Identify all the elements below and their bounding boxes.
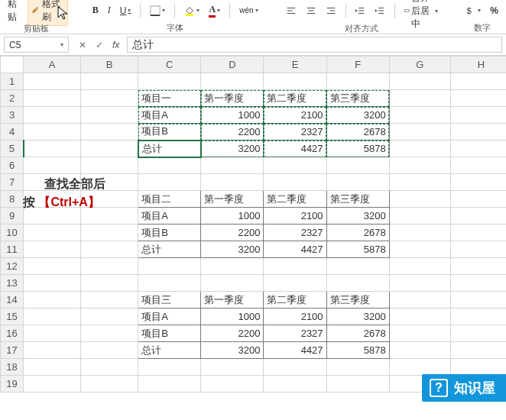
- table-cell[interactable]: 2100: [264, 208, 326, 225]
- phonetic-button[interactable]: wén ▾: [236, 5, 261, 16]
- table-cell[interactable]: 3200: [201, 141, 264, 157]
- table-cell[interactable]: 总计: [138, 342, 201, 359]
- table-cell[interactable]: 3200: [326, 107, 389, 124]
- table-cell[interactable]: 2327: [264, 225, 326, 241]
- row-header[interactable]: 7: [1, 174, 24, 191]
- row-header[interactable]: 11: [1, 241, 24, 258]
- row-header[interactable]: 6: [1, 157, 24, 174]
- percent-button[interactable]: %: [487, 4, 501, 18]
- row-header[interactable]: 16: [1, 325, 24, 342]
- col-header[interactable]: D: [201, 57, 264, 73]
- bold-button[interactable]: B: [89, 3, 102, 18]
- border-button[interactable]: ▾: [147, 4, 168, 18]
- table-cell[interactable]: 4427: [264, 141, 326, 157]
- table-header-cell[interactable]: 第一季度: [201, 191, 264, 208]
- table-cell[interactable]: 项目B: [138, 325, 201, 342]
- fill-color-button[interactable]: ▾: [181, 4, 203, 18]
- table-cell[interactable]: 2100: [264, 107, 326, 124]
- number-format-button[interactable]: $ ▾: [462, 4, 484, 18]
- table-cell[interactable]: 2327: [264, 124, 326, 141]
- table-cell[interactable]: 4427: [264, 342, 326, 359]
- row-header[interactable]: 3: [1, 107, 24, 124]
- table-cell[interactable]: 项目B: [138, 124, 201, 141]
- table-cell[interactable]: 4427: [264, 241, 326, 258]
- row-header[interactable]: 18: [1, 359, 24, 376]
- row-header[interactable]: 17: [1, 342, 24, 359]
- row-header[interactable]: 4: [1, 124, 24, 141]
- col-header[interactable]: F: [326, 57, 389, 73]
- table-cell[interactable]: 5878: [326, 141, 389, 157]
- name-box-dropdown-icon[interactable]: ▾: [60, 41, 63, 48]
- table-header-cell[interactable]: 第三季度: [326, 90, 389, 107]
- name-box[interactable]: C5 ▾: [4, 37, 69, 53]
- table-cell[interactable]: 2200: [201, 325, 264, 342]
- col-header[interactable]: G: [389, 57, 450, 73]
- row-header[interactable]: 19: [1, 376, 24, 393]
- row-header[interactable]: 9: [1, 208, 24, 225]
- row-header[interactable]: 14: [1, 292, 24, 309]
- table-cell[interactable]: 项目A: [138, 309, 201, 325]
- underline-button[interactable]: U▾: [117, 4, 135, 18]
- table-cell[interactable]: 2100: [264, 309, 326, 325]
- table-header-cell[interactable]: 第二季度: [264, 90, 326, 107]
- col-header[interactable]: A: [24, 57, 81, 73]
- table-cell[interactable]: 2200: [201, 124, 264, 141]
- formula-input[interactable]: 总计: [127, 37, 502, 53]
- table-header-cell[interactable]: 项目三: [138, 292, 201, 309]
- italic-button[interactable]: I: [105, 3, 114, 18]
- row-header[interactable]: 1: [1, 73, 24, 90]
- indent-increase-button[interactable]: [371, 4, 388, 18]
- col-header[interactable]: C: [138, 57, 201, 73]
- table-cell[interactable]: 2678: [326, 225, 389, 241]
- table-cell[interactable]: 项目B: [138, 225, 201, 241]
- paste-button[interactable]: 粘贴: [5, 0, 24, 25]
- table-cell[interactable]: 1000: [201, 208, 264, 225]
- align-left-button[interactable]: [283, 4, 300, 18]
- font-color-button[interactable]: A ▾: [206, 2, 223, 19]
- col-header[interactable]: B: [81, 57, 138, 73]
- row-header[interactable]: 8: [1, 191, 24, 208]
- active-cell[interactable]: 总计: [138, 141, 201, 157]
- col-header[interactable]: H: [450, 57, 506, 73]
- table-cell[interactable]: 3200: [201, 342, 264, 359]
- row-header[interactable]: 13: [1, 275, 24, 292]
- row-header[interactable]: 5: [1, 141, 24, 157]
- merge-center-button[interactable]: 合并后居中 ▾: [401, 0, 442, 32]
- spreadsheet-grid[interactable]: A B C D E F G H 1 2 项目一 第一季度 第二季度 第三季度 3…: [0, 56, 506, 393]
- table-cell[interactable]: 2678: [326, 325, 389, 342]
- table-cell[interactable]: 2678: [326, 124, 389, 141]
- table-header-cell[interactable]: 第三季度: [326, 191, 389, 208]
- row-header[interactable]: 15: [1, 309, 24, 325]
- row-header[interactable]: 10: [1, 225, 24, 241]
- table-header-cell[interactable]: 第三季度: [326, 292, 389, 309]
- table-header-cell[interactable]: 第二季度: [264, 191, 326, 208]
- format-painter-button[interactable]: 格式刷: [28, 0, 68, 26]
- select-all-button[interactable]: [1, 57, 24, 73]
- enter-formula-button[interactable]: ✓: [96, 40, 103, 50]
- table-cell[interactable]: 1000: [201, 309, 264, 325]
- table-header-cell[interactable]: 项目一: [138, 90, 201, 107]
- fx-button[interactable]: fx: [112, 40, 119, 50]
- align-right-button[interactable]: [323, 4, 339, 18]
- indent-decrease-button[interactable]: [352, 4, 368, 18]
- table-cell[interactable]: 1000: [201, 107, 264, 124]
- table-cell[interactable]: 3200: [201, 241, 264, 258]
- table-cell[interactable]: 2327: [264, 325, 326, 342]
- table-header-cell[interactable]: 第一季度: [201, 90, 264, 107]
- align-center-button[interactable]: [303, 4, 319, 18]
- table-cell[interactable]: 2200: [201, 225, 264, 241]
- col-header[interactable]: E: [264, 57, 326, 73]
- table-cell[interactable]: 5878: [326, 241, 389, 258]
- row-header[interactable]: 2: [1, 90, 24, 107]
- table-header-cell[interactable]: 第二季度: [264, 292, 326, 309]
- table-cell[interactable]: 项目A: [138, 107, 201, 124]
- table-header-cell[interactable]: 第一季度: [201, 292, 264, 309]
- table-cell[interactable]: 3200: [326, 208, 389, 225]
- table-cell[interactable]: 3200: [326, 309, 389, 325]
- table-cell[interactable]: 总计: [138, 241, 201, 258]
- table-cell[interactable]: 项目A: [138, 208, 201, 225]
- table-cell[interactable]: 5878: [326, 342, 389, 359]
- cancel-formula-button[interactable]: ✕: [79, 40, 86, 50]
- table-header-cell[interactable]: 项目二: [138, 191, 201, 208]
- row-header[interactable]: 12: [1, 258, 24, 275]
